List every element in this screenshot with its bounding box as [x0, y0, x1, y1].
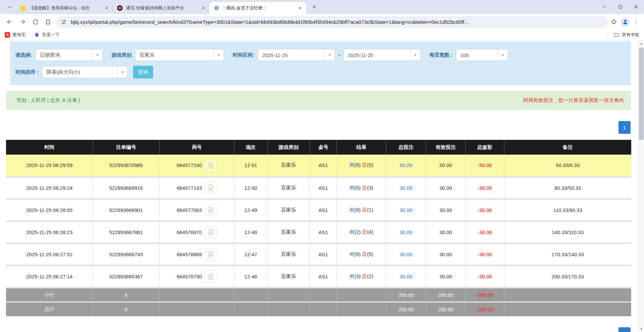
site-settings-tune-icon[interactable]: [61, 19, 67, 25]
banker-result-label: 庄: [361, 251, 367, 257]
column-header: 备注: [504, 140, 631, 155]
browser-tab[interactable]: 通宝-信誉最好的网上游戏平台✕: [113, 2, 210, 14]
home-icon[interactable]: [43, 16, 53, 27]
globe-icon: [214, 5, 219, 11]
bookmark-star-icon[interactable]: [610, 18, 617, 25]
column-header: 总投注: [386, 140, 426, 155]
forward-icon[interactable]: [17, 16, 28, 27]
date-from-select[interactable]: 2025-11-25 ▼: [258, 49, 335, 61]
browser-menu-dots-icon[interactable]: ⋮: [633, 18, 639, 25]
browser-tab-bar: 【新提醒】海燕策略论坛 - 综合✕通宝-信誉最好的网上游戏平台✕:::视讯 会员…: [0, 0, 644, 14]
scrollbar-thumb[interactable]: [639, 48, 644, 140]
game-type-cell: 百家乐: [267, 177, 310, 199]
search-button[interactable]: 查询: [133, 66, 153, 78]
query-type-select[interactable]: 日期查询 ▼: [36, 49, 103, 61]
page-1-button-bottom[interactable]: 1: [618, 327, 631, 332]
round-id-cell: 664576889: [159, 243, 234, 265]
scroll-down-icon[interactable]: ▼: [639, 326, 644, 332]
all-bookmarks-label[interactable]: 所有书签: [622, 32, 639, 38]
browser-tab[interactable]: 【新提醒】海燕策略论坛 - 综合✕: [16, 2, 113, 14]
bookmark-label: 百度一下: [42, 32, 59, 38]
bet-time-cell: 2025-11-25 06:28:23: [6, 221, 93, 243]
url-text[interactable]: bjbj.xyz/ipl/portal.php/game/betrecord_s…: [71, 19, 469, 25]
bet-time-cell: 2025-11-25 06:29:59: [6, 155, 93, 177]
reload-icon[interactable]: [30, 16, 41, 27]
folder-icon: [614, 32, 619, 38]
empty-cell: [504, 302, 631, 316]
payout-cell: -30.00: [465, 199, 504, 221]
scroll-up-icon[interactable]: ▲: [639, 41, 644, 47]
round-id-wrap: 664577063: [159, 204, 234, 216]
total-bet-cell: 30.00: [386, 265, 426, 287]
total-row: 总计6200.00200.00-200.00: [6, 302, 631, 316]
sort-select[interactable]: 降幂(由大到小) ▼: [42, 66, 128, 78]
result-cell: 闲(9) 庄(5): [337, 243, 386, 265]
summary-total-bet: 200.00: [386, 287, 426, 302]
tab-title: 【新提醒】海燕策略论坛 - 综合: [29, 5, 101, 11]
round-id-text: 664577063: [177, 207, 202, 213]
chevron-down-icon: ▼: [214, 49, 224, 61]
url-bar[interactable]: bjbj.xyz/ipl/portal.php/game/betrecord_s…: [56, 16, 608, 28]
round-id-cell: 664576970: [159, 221, 234, 243]
game-type-select[interactable]: 百家乐 ▼: [135, 49, 224, 61]
remark-cell: 140.33/110.33: [504, 221, 631, 243]
banker-result-label: 庄: [361, 162, 367, 168]
chevron-down-icon: ▼: [498, 49, 508, 61]
valid-bet-cell: 30.00: [426, 221, 465, 243]
empty-cell: [504, 287, 631, 302]
video-replay-icon[interactable]: [204, 182, 217, 194]
date-to-select[interactable]: 2025-11-25 ▼: [343, 49, 421, 61]
bookmarks-divider: [607, 32, 608, 38]
bet-time-cell: 2025-11-25 06:29:24: [6, 177, 93, 199]
player-result-value: (8): [355, 207, 361, 213]
query-type-value: 日期查询: [36, 49, 92, 61]
video-replay-icon[interactable]: [204, 204, 217, 216]
back-icon[interactable]: [4, 16, 15, 27]
table-no-cell: AS1: [310, 177, 337, 199]
window-maximize-button[interactable]: [612, 0, 628, 13]
table-header-row: 时间注单编号局号场次游戏类别桌号结果总投注有效投注总派彩备注: [6, 140, 631, 155]
bookmark-item[interactable]: 百度一下: [34, 32, 59, 38]
video-replay-icon[interactable]: [204, 270, 217, 282]
page-1-button[interactable]: 1: [618, 121, 631, 134]
window-close-button[interactable]: [628, 0, 644, 13]
vertical-scrollbar[interactable]: ▲ ▼: [638, 41, 644, 332]
bookmark-item[interactable]: 淘爱淘宝: [5, 32, 26, 38]
summary-payout: -200.00: [465, 302, 504, 316]
column-header: 总派彩: [465, 140, 504, 155]
session-cell: 12-50: [234, 177, 267, 199]
video-replay-icon[interactable]: [204, 248, 217, 260]
column-header: 局号: [159, 140, 234, 155]
banker-result-label: 庄: [361, 229, 367, 235]
bet-id-cell: 522993668901: [93, 199, 159, 221]
filter-panel: 请选择: 日期查询 ▼ 游戏类别 百家乐 ▼ 时间区间: 2025-11-25 …: [10, 42, 631, 85]
video-replay-icon[interactable]: [204, 159, 217, 171]
chevron-down-icon: ▼: [410, 49, 420, 61]
taobao-icon: 淘: [5, 32, 10, 38]
page-size-select[interactable]: 100 ▼: [456, 49, 508, 61]
session-cell: 12-49: [234, 199, 267, 221]
video-replay-icon[interactable]: [204, 226, 217, 238]
tab-close-icon[interactable]: ✕: [297, 5, 303, 11]
empty-cell: [267, 287, 310, 302]
tab-close-icon[interactable]: ✕: [104, 5, 109, 11]
payout-cell: -30.00: [465, 221, 504, 243]
result-cell: 闲(5) 庄(3): [337, 177, 386, 199]
window-minimize-button[interactable]: [597, 0, 612, 13]
new-tab-button[interactable]: +: [310, 2, 319, 12]
valid-bet-cell: 30.00: [426, 243, 465, 265]
game-type-label: 游戏类别: [111, 52, 132, 58]
bet-id-cell: 522993667861: [93, 221, 159, 243]
banker-result-value: (1): [367, 207, 373, 213]
tab-search-chevron-icon[interactable]: [5, 2, 15, 12]
banker-result-label: 庄: [361, 207, 367, 213]
profile-avatar-icon[interactable]: [620, 17, 630, 26]
player-result-value: (2): [355, 229, 361, 235]
game-type-cell: 百家乐: [267, 155, 310, 177]
tab-close-icon[interactable]: ✕: [200, 5, 206, 11]
round-id-text: 664576970: [177, 229, 202, 235]
chevron-down-icon: ▼: [325, 49, 335, 61]
empty-cell: [310, 302, 337, 316]
browser-tab[interactable]: :::视讯 会员下注纪录:::✕: [210, 2, 306, 14]
player-result-label: 闲: [350, 162, 355, 168]
